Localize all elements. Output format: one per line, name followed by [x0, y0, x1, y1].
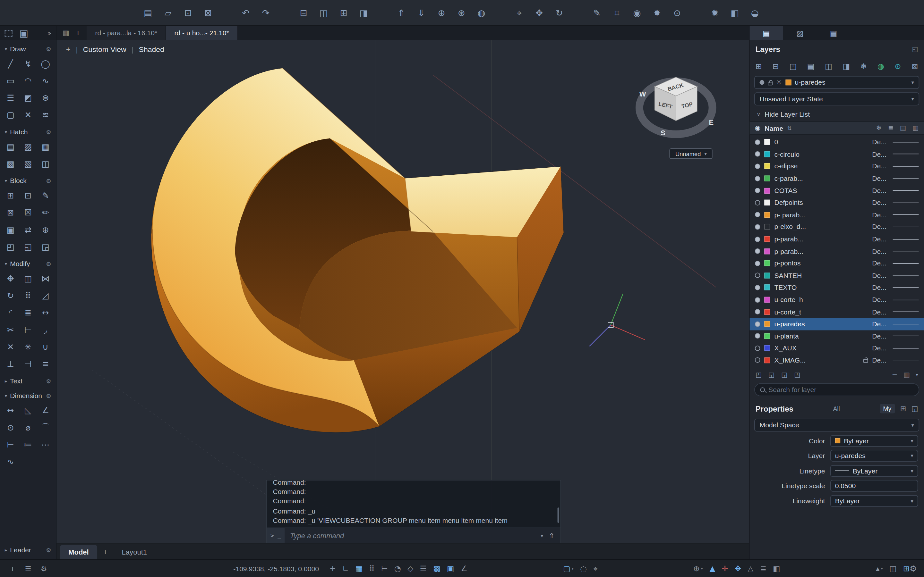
unisolate-layer-icon[interactable]: ◨ — [843, 61, 850, 71]
toolbar-icon[interactable] — [377, 6, 388, 19]
angle-override-icon[interactable]: ∠ ▾ — [461, 564, 467, 573]
property-control[interactable]: u-paredes ▾ — [830, 450, 918, 462]
layer-row[interactable]: p- parab... De... — [750, 209, 924, 221]
drawing-tab[interactable]: rd - u ho...- 21.10* — [166, 26, 238, 40]
layer-color-swatch[interactable] — [764, 163, 770, 169]
layer-visibility-dot[interactable] — [755, 309, 760, 314]
command-share-icon[interactable]: ⇑ — [549, 532, 554, 540]
layer-visibility-dot[interactable] — [755, 224, 760, 230]
array-tool[interactable]: ⠿ — [19, 287, 37, 303]
property-control[interactable]: ByLayer ▾ — [830, 435, 918, 447]
isometric-drafting-icon[interactable]: ◇ ▾ — [407, 564, 413, 573]
layer-visibility-dot[interactable] — [755, 139, 760, 145]
toolbar-icon[interactable] — [691, 6, 701, 19]
multiline-tool[interactable]: ☰ — [2, 89, 19, 106]
layer-color-swatch[interactable] — [764, 212, 770, 218]
layer-visibility-dot[interactable] — [755, 164, 760, 169]
remove-layer-icon[interactable]: − — [892, 370, 898, 379]
layer-visibility-dot[interactable] — [755, 237, 760, 242]
layer-visibility-dot[interactable] — [755, 176, 760, 181]
layer-visibility-dot[interactable] — [755, 212, 760, 218]
save-layer-state-icon[interactable]: ◱ — [768, 370, 775, 379]
polyline-tool[interactable]: ↯ — [19, 55, 37, 72]
plot-icon[interactable]: ⊟ — [297, 6, 310, 19]
columns-icon[interactable]: ▥ — [903, 370, 910, 379]
section-header-hatch[interactable]: ▾ Hatch ⚙ — [2, 126, 54, 138]
layer-row[interactable]: Defpoints De... — [750, 197, 924, 209]
scale-tool[interactable]: ◿ — [37, 287, 54, 303]
dim-ordinate-tool[interactable]: ⊢ — [2, 436, 19, 453]
command-input[interactable] — [290, 532, 535, 540]
compass-south[interactable]: S — [661, 129, 666, 137]
command-window[interactable]: Command:Command:Command:Command: _uComma… — [266, 480, 561, 543]
lengthen-tool[interactable]: ⊣ — [19, 355, 37, 372]
rectangle-tool[interactable]: ▭ — [2, 72, 19, 89]
dim-jogged-tool[interactable]: ∿ — [2, 453, 19, 470]
layer-row[interactable]: TEXTO De... — [750, 282, 924, 293]
layer-visibility-dot[interactable] — [755, 297, 760, 303]
attach-reference-icon[interactable]: ⊕ — [435, 6, 448, 19]
layer-color-swatch[interactable] — [764, 272, 770, 278]
layer-visibility-dot[interactable] — [755, 273, 760, 278]
pan-icon[interactable]: ✥ — [533, 6, 545, 19]
offset-tool[interactable]: ≣ — [19, 304, 37, 321]
align-tool[interactable]: ≡ — [37, 355, 54, 372]
point-style-icon[interactable]: ✸ — [651, 6, 664, 19]
eye-column-icon[interactable]: ◉ — [755, 124, 761, 132]
lineweight-display-icon[interactable]: ≣ ▾ — [760, 564, 766, 573]
layout1-tab[interactable]: Layout1 — [113, 545, 155, 559]
hatch-back-tool[interactable]: ▧ — [19, 155, 37, 172]
layer-color-swatch[interactable] — [764, 260, 770, 266]
3d-model-u-shape[interactable] — [152, 68, 564, 432]
layer-visibility-dot[interactable] — [755, 358, 760, 363]
define-attribute-tool[interactable]: ☒ — [19, 204, 37, 221]
viewport-menu-icon[interactable]: + — [66, 45, 71, 54]
layer-color-swatch[interactable] — [764, 345, 770, 351]
region-tool[interactable]: ▢ — [2, 106, 19, 123]
open-file-icon[interactable]: ▱ — [162, 6, 174, 19]
column-icon[interactable]: ≣ — [888, 124, 893, 132]
palette-list-icon[interactable]: ☰ — [25, 564, 31, 573]
transparency-icon[interactable]: ◧ ▾ — [773, 564, 780, 573]
fillet-tool[interactable]: ◜ — [2, 304, 19, 321]
polar-tracking-icon[interactable]: ◔ ▾ — [394, 564, 401, 573]
point-tool[interactable]: ✕ — [19, 106, 37, 123]
layer-states-icon[interactable]: ▤ — [807, 61, 814, 71]
dim-diameter-tool[interactable]: ⌀ — [19, 419, 37, 436]
circle-tool[interactable]: ◯ — [37, 55, 54, 72]
osnap-tracking-icon[interactable]: ▣ ▾ — [447, 564, 454, 573]
layer-row[interactable]: 0 De... — [750, 136, 924, 148]
quick-select-icon[interactable]: ⊞ — [900, 405, 906, 413]
pop-out-icon[interactable]: ◱ — [911, 405, 918, 413]
gear-icon[interactable]: ⚙ — [46, 177, 51, 184]
layer-color-swatch[interactable] — [764, 285, 770, 290]
layer-row[interactable]: c-circulo De... — [750, 148, 924, 160]
current-layer-selector[interactable]: ☼ u-paredes ▾ — [754, 76, 919, 89]
gear-icon[interactable]: ⚙ — [46, 261, 51, 267]
layer-color-swatch[interactable] — [764, 224, 770, 230]
match-layer-icon[interactable]: ⊛ — [895, 61, 901, 71]
chamfer-tool[interactable]: ◞ — [37, 321, 54, 338]
freeze-layer-icon[interactable]: ❄ — [861, 61, 867, 71]
layer-row[interactable]: u-corte_t De... — [750, 306, 924, 318]
layer-color-swatch[interactable] — [764, 333, 770, 339]
rotate-tool[interactable]: ↻ — [2, 287, 19, 303]
gear-icon[interactable]: ⚙ — [46, 546, 51, 553]
customization-gear-icon[interactable]: ⚙ — [909, 564, 924, 573]
osnap-3d-icon[interactable]: ✛ ▾ — [722, 564, 728, 573]
layer-color-swatch[interactable] — [764, 358, 770, 363]
layer-visibility-dot[interactable] — [755, 188, 760, 193]
layer-filter-icon[interactable]: ◰ — [756, 370, 762, 379]
layer-row[interactable]: X_AUX De... — [750, 342, 924, 354]
layer-visibility-dot[interactable] — [755, 261, 760, 266]
hatch-solid-tool[interactable]: ◫ — [37, 155, 54, 172]
dim-linear-tool[interactable]: ↔ — [2, 402, 19, 419]
layer-row[interactable]: COTAS De... — [750, 185, 924, 197]
property-control[interactable]: ByLayer ▾ — [830, 495, 918, 507]
dim-continue-tool[interactable]: ⋯ — [37, 436, 54, 453]
save-as-icon[interactable]: ⊠ — [202, 6, 214, 19]
toolbar-icon[interactable] — [495, 6, 506, 19]
selection-window-icon[interactable]: ▢ ▾ — [563, 564, 573, 573]
ungroup-tool[interactable]: ◱ — [19, 238, 37, 255]
hide-layer-list-toggle[interactable]: ∨ Hide Layer List — [750, 107, 924, 121]
